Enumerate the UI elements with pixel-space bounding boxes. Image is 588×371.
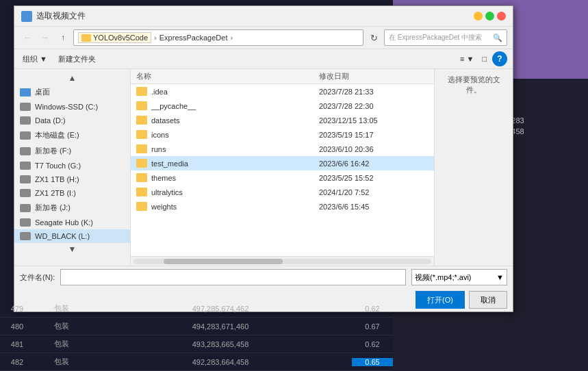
refresh-button[interactable]: ↻ (366, 30, 381, 45)
search-bar[interactable]: 在 ExpressPackageDet 中搜索 🔍 (384, 29, 507, 46)
close-button[interactable] (497, 12, 506, 21)
sidebar-item-seagate-k[interactable]: Seagate Hub (K:) (14, 216, 130, 229)
forward-icon: → (41, 33, 49, 42)
sidebar-icon-local-e (20, 131, 31, 140)
file-item-runs[interactable]: runs2023/6/10 20:36 (131, 142, 434, 156)
table-cell: 481 (0, 340, 34, 348)
file-name-runs: runs (136, 144, 319, 153)
sidebar-item-new-j[interactable]: 新加卷 (J:) (14, 200, 130, 216)
table-cell: 包装 (34, 357, 89, 367)
folder-icon-.idea (136, 87, 147, 96)
folder-view-button[interactable]: □ (479, 53, 489, 64)
table-cell: 0.65 (352, 358, 393, 366)
sidebar-icon-new-j (20, 204, 31, 212)
sidebar-item-data-d[interactable]: Data (D:) (14, 114, 130, 127)
search-text: 在 ExpressPackageDet 中搜索 (389, 33, 482, 42)
sidebar-label-local-e: 本地磁盘 (E:) (35, 130, 79, 140)
file-label-ultralytics: ultralytics (151, 188, 183, 196)
sidebar-label-data-d: Data (D:) (35, 116, 66, 125)
ymax-value: 458 (511, 127, 524, 136)
sidebar-label-new-j: 新加卷 (J:) (35, 203, 71, 213)
back-button[interactable]: ← (20, 30, 35, 45)
organize-button[interactable]: 组织 ▼ (20, 53, 50, 66)
sidebar-item-wd-black-l[interactable]: WD_BLACK (L:) (14, 229, 130, 243)
sidebar-item-t7touch-g[interactable]: T7 Touch (G:) (14, 159, 130, 172)
folder-icon-weights (136, 202, 147, 211)
scroll-track (133, 259, 431, 264)
maximize-button[interactable] (485, 12, 494, 21)
table-cell: 497,285,674,462 (89, 305, 352, 313)
back-icon: ← (23, 33, 31, 42)
cancel-button[interactable]: 取消 (469, 291, 507, 309)
file-item-themes[interactable]: themes2023/5/25 15:52 (131, 170, 434, 185)
table-cell: 0.67 (352, 322, 393, 331)
sidebar-label-zx1-2tb-i: ZX1 2TB (I:) (35, 189, 76, 197)
file-item-datasets[interactable]: datasets2023/12/15 13:05 (131, 113, 434, 127)
toolbar: 组织 ▼ 新建文件夹 ≡ ▼ □ ? (14, 49, 513, 69)
file-item-__pycache__[interactable]: __pycache__2023/7/28 22:30 (131, 99, 434, 113)
file-item-test_media[interactable]: test_media2023/6/6 16:42 (131, 156, 434, 170)
file-label-icons: icons (151, 131, 169, 139)
minimize-button[interactable] (474, 12, 483, 21)
open-button-label: 打开(O) (427, 296, 453, 304)
file-name-icons: icons (136, 130, 319, 139)
folder-icon-runs (136, 144, 147, 153)
folder-icon-icons (136, 130, 147, 139)
file-name-weights: weights (136, 202, 319, 211)
file-name-__pycache__: __pycache__ (136, 101, 319, 110)
view-button[interactable]: ≡ ▼ (457, 53, 476, 64)
file-item-weights[interactable]: weights2023/6/6 15:45 (131, 199, 434, 214)
new-folder-button[interactable]: 新建文件夹 (55, 53, 99, 66)
breadcrumb[interactable]: YOLOv8v5Code › ExpressPackageDet › (73, 29, 363, 46)
file-label-__pycache__: __pycache__ (151, 102, 196, 110)
file-dialog: 选取视频文件 ← → ↑ YOLOv8v5Code › ExpressPacka… (14, 5, 513, 312)
table-row: 482包装492,283,664,4580.65 (0, 353, 393, 371)
sidebar-label-wd-black-l: WD_BLACK (L:) (35, 232, 90, 240)
sidebar-scroll-down[interactable]: ▼ (14, 243, 130, 255)
sidebar-label-new-f: 新加卷 (F:) (35, 146, 71, 156)
file-date-test_media: 2023/6/6 16:42 (319, 159, 429, 168)
up-button[interactable]: ↑ (55, 30, 71, 45)
file-date-icons: 2023/5/19 15:17 (319, 131, 429, 139)
table-cell: 479 (0, 305, 34, 313)
ymin-value: 283 (511, 116, 524, 125)
filename-input[interactable] (60, 269, 406, 285)
sidebar-icon-windows-ssd (20, 103, 31, 111)
sidebar-item-local-e[interactable]: 本地磁盘 (E:) (14, 127, 130, 143)
sidebar-scroll-up[interactable]: ▲ (14, 72, 130, 84)
file-name-ultralytics: ultralytics (136, 188, 319, 196)
table-cell: 0.62 (352, 340, 393, 348)
folder-icon-datasets (136, 116, 147, 125)
file-list: 名称 修改日期 .idea2023/7/28 21:33__pycache__2… (131, 69, 434, 256)
help-label: ? (497, 54, 502, 64)
col-date-header: 修改日期 (319, 71, 429, 81)
horizontal-scrollbar[interactable] (131, 256, 434, 266)
file-item-.idea[interactable]: .idea2023/7/28 21:33 (131, 84, 434, 99)
search-icon: 🔍 (493, 34, 502, 42)
open-button[interactable]: 打开(O) (416, 291, 465, 309)
file-name-themes: themes (136, 173, 319, 182)
filename-label: 文件名(N): (20, 272, 55, 283)
sidebar-item-desktop[interactable]: 桌面 (14, 84, 130, 100)
sidebar-item-zx1-1tb-h[interactable]: ZX1 1TB (H:) (14, 172, 130, 186)
table-cell: 494,283,671,460 (89, 322, 352, 331)
sidebar-item-zx1-2tb-i[interactable]: ZX1 2TB (I:) (14, 186, 130, 200)
sidebar-icon-zx1-1tb-h (20, 175, 31, 183)
file-date-ultralytics: 2024/1/20 7:52 (319, 188, 429, 196)
sidebar-icon-seagate-k (20, 218, 31, 227)
table-cell: 493,283,665,458 (89, 340, 352, 348)
file-date-weights: 2023/6/6 15:45 (319, 203, 429, 211)
filetype-arrow: ▼ (496, 273, 504, 281)
sidebar-item-windows-ssd[interactable]: Windows-SSD (C:) (14, 100, 130, 114)
table-cell: 0.62 (352, 305, 393, 313)
file-item-icons[interactable]: icons2023/5/19 15:17 (131, 127, 434, 142)
folder-icon-themes (136, 173, 147, 182)
sidebar-item-new-f[interactable]: 新加卷 (F:) (14, 143, 130, 159)
file-item-ultralytics[interactable]: ultralytics2024/1/20 7:52 (131, 185, 434, 199)
sidebar-icon-desktop (20, 88, 31, 97)
help-button[interactable]: ? (492, 51, 507, 66)
forward-button[interactable]: → (38, 30, 53, 45)
filetype-select[interactable]: 视频(*.mp4;*.avi) ▼ (411, 269, 507, 285)
col-name-header: 名称 (136, 71, 319, 81)
view-arrow: ▼ (466, 55, 474, 63)
